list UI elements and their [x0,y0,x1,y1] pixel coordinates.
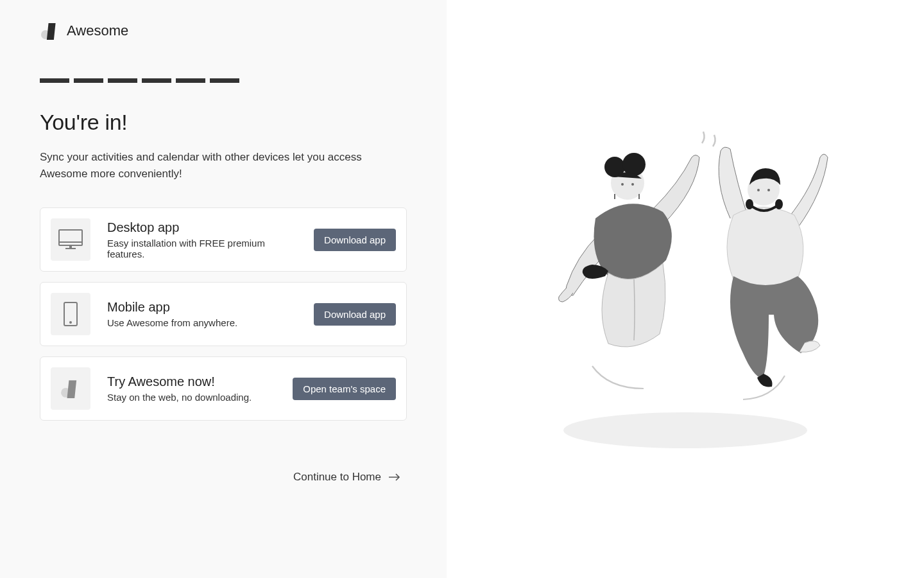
logo-mark-icon [40,21,60,41]
svg-point-6 [69,321,72,324]
page-subtext: Sync your activities and calendar with o… [40,149,399,182]
desktop-icon [51,218,90,261]
progress-step [74,78,103,83]
progress-step [142,78,171,83]
card-desktop-app: Desktop app Easy installation with FREE … [40,207,407,272]
card-body: Try Awesome now! Stay on the web, no dow… [107,374,276,403]
svg-point-8 [563,412,807,448]
svg-rect-3 [69,245,72,248]
logo-icon [51,367,90,410]
progress-indicator [40,78,407,83]
progress-step [210,78,239,83]
open-team-space-button[interactable]: Open team's space [293,378,396,400]
card-body: Mobile app Use Awesome from anywhere. [107,300,297,328]
progress-step [176,78,205,83]
svg-point-18 [775,199,783,209]
svg-rect-1 [59,230,82,245]
card-desc: Stay on the web, no downloading. [107,392,276,403]
progress-step [108,78,137,83]
continue-label: Continue to Home [293,471,381,484]
brand-name: Awesome [67,22,128,39]
arrow-right-icon [389,473,400,481]
card-title: Desktop app [107,220,297,235]
celebration-illustration [531,122,839,456]
card-desc: Use Awesome from anywhere. [107,317,297,328]
left-panel: Awesome You're in! Sync your activities … [0,0,447,578]
brand-logo: Awesome [40,21,407,41]
svg-point-17 [746,199,753,209]
svg-point-15 [631,183,634,186]
svg-point-19 [757,189,760,191]
card-title: Mobile app [107,300,297,315]
card-mobile-app: Mobile app Use Awesome from anywhere. Do… [40,282,407,346]
progress-step [40,78,69,83]
mobile-icon [51,293,90,335]
right-panel [447,0,924,578]
continue-to-home-link[interactable]: Continue to Home [40,471,400,484]
card-title: Try Awesome now! [107,374,276,389]
card-web-app: Try Awesome now! Stay on the web, no dow… [40,356,407,421]
download-desktop-button[interactable]: Download app [314,229,396,251]
svg-point-14 [621,183,624,186]
svg-point-20 [767,189,770,191]
option-cards: Desktop app Easy installation with FREE … [40,207,407,421]
card-body: Desktop app Easy installation with FREE … [107,220,297,259]
svg-rect-4 [65,248,76,249]
download-mobile-button[interactable]: Download app [314,303,396,326]
page-title: You're in! [40,110,407,135]
card-desc: Easy installation with FREE premium feat… [107,238,297,259]
